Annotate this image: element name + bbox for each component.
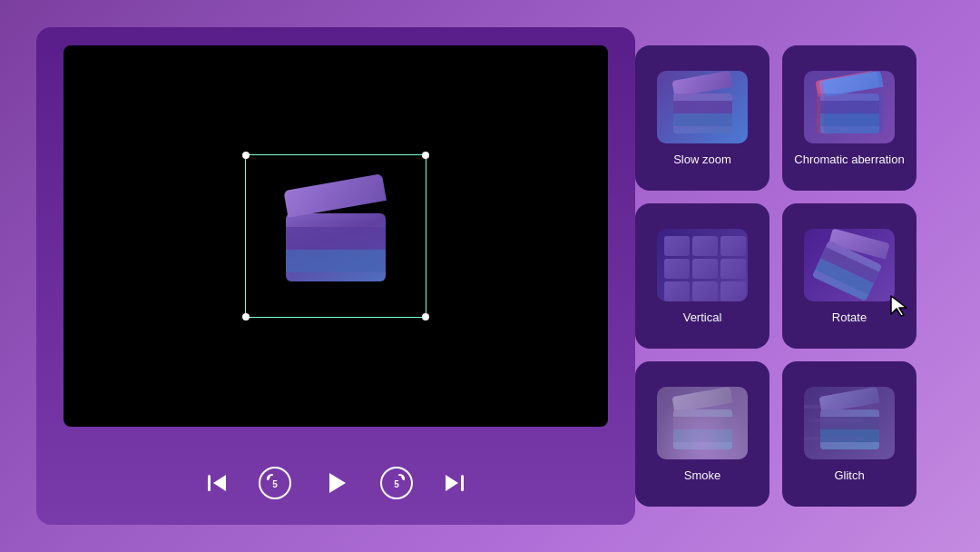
playback-controls: 5 5	[204, 467, 467, 499]
handle-bottom-left[interactable]	[242, 313, 250, 320]
handle-top-right[interactable]	[422, 152, 429, 159]
effect-preview-vertical	[657, 229, 748, 301]
handle-bottom-right[interactable]	[422, 313, 429, 320]
forward-button[interactable]: 5	[380, 467, 413, 499]
svg-marker-7	[891, 296, 906, 316]
svg-marker-1	[213, 475, 226, 491]
video-canvas	[64, 45, 608, 427]
play-button[interactable]	[320, 468, 351, 498]
effect-card-rotate[interactable]: Rotate	[782, 203, 916, 349]
effect-preview-glitch	[804, 387, 895, 459]
skip-forward-button[interactable]	[442, 470, 467, 496]
effect-label-smoke: Smoke	[684, 468, 720, 482]
effect-preview-smoke	[657, 387, 748, 459]
effects-row-1: Slow zoom	[635, 45, 944, 191]
effect-label-vertical: Vertical	[683, 310, 722, 324]
svg-marker-3	[329, 473, 346, 493]
effect-card-slow-zoom[interactable]: Slow zoom	[635, 45, 769, 191]
effect-label-slow-zoom: Slow zoom	[673, 153, 731, 166]
effect-label-chromatic-aberration: Chromatic aberration	[794, 153, 904, 166]
smoke-overlay	[657, 387, 748, 459]
glitch-stripes	[804, 387, 895, 459]
effects-row-3: Smoke Glitch	[635, 361, 944, 507]
effect-card-vertical[interactable]: Vertical	[635, 203, 769, 349]
effects-row-2: Vertical Rotate	[635, 203, 944, 349]
effect-card-chromatic-aberration[interactable]: Chromatic aberration	[782, 45, 916, 191]
effect-label-rotate: Rotate	[832, 310, 867, 324]
effect-card-smoke[interactable]: Smoke	[635, 361, 769, 507]
effect-label-glitch: Glitch	[834, 468, 864, 482]
svg-marker-6	[446, 475, 458, 491]
cursor-indicator	[889, 294, 909, 321]
rewind-button[interactable]: 5	[259, 467, 291, 499]
effect-preview-chromatic	[804, 71, 895, 143]
effect-card-glitch[interactable]: Glitch	[782, 361, 916, 507]
effect-preview-rotate	[804, 229, 895, 301]
effect-preview-slow-zoom	[657, 71, 748, 143]
skip-back-button[interactable]	[204, 470, 230, 496]
video-panel: 5 5	[36, 27, 635, 525]
svg-rect-0	[208, 475, 211, 491]
handle-top-left[interactable]	[242, 152, 250, 159]
svg-rect-5	[461, 475, 464, 491]
effects-panel: Slow zoom	[635, 27, 944, 525]
